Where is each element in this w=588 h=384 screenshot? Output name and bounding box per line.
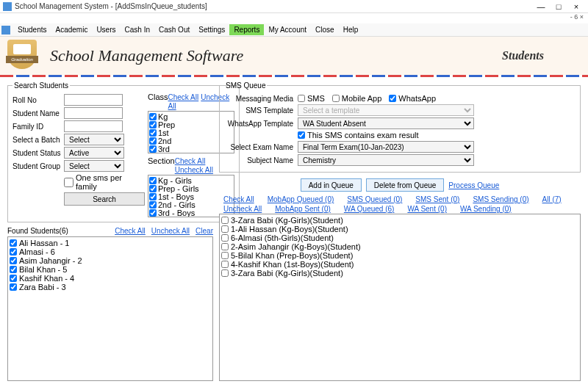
found-item-checkbox[interactable] [10, 275, 17, 282]
whatsapp-checkbox[interactable] [389, 95, 396, 102]
menu-help[interactable]: Help [339, 24, 363, 35]
onesms-checkbox[interactable] [64, 178, 74, 187]
menu-users[interactable]: Users [92, 24, 120, 35]
queue-item-checkbox[interactable] [221, 225, 229, 233]
minimize-button[interactable]: — [532, 2, 550, 11]
search-button[interactable]: Search [64, 192, 145, 206]
section-checkall-link[interactable]: Check All [175, 157, 206, 165]
class-item-checkbox[interactable] [149, 113, 157, 120]
menu-cash-in[interactable]: Cash In [121, 24, 154, 35]
class-label: Class [148, 93, 168, 110]
class-item-checkbox[interactable] [149, 145, 157, 153]
banner: Graduation School Management Software St… [0, 37, 588, 75]
wa-template-select[interactable]: WA Student Absent [298, 117, 474, 129]
queue-item-checkbox[interactable] [221, 217, 229, 224]
roll-label: Roll No [12, 96, 64, 104]
roll-input[interactable] [64, 94, 123, 106]
group-select[interactable]: Select [64, 160, 124, 172]
menu-cash-out[interactable]: Cash Out [154, 24, 194, 35]
sms-legend: SMS Queue [224, 81, 267, 90]
q-uncheckall-link[interactable]: Uncheck All [223, 205, 262, 213]
template-select: Select a template [298, 104, 474, 116]
sms-sent-link[interactable]: SMS Sent (0) [415, 195, 459, 203]
found-item-checkbox[interactable] [10, 257, 17, 264]
search-students-group: Search Students Roll No Student Name Fam… [7, 81, 240, 222]
mobapp-queued-link[interactable]: MobApp Queued (0) [268, 195, 334, 203]
wa-sending-link[interactable]: WA Sending (0) [460, 205, 512, 213]
process-queue-link[interactable]: Process Queue [448, 181, 499, 189]
section-item-checkbox[interactable] [149, 201, 157, 209]
exam-select[interactable]: Final Term Exam(10-Jan-2023) [298, 141, 474, 153]
class-item-checkbox[interactable] [149, 137, 157, 145]
group-label: Student Group [12, 162, 64, 170]
found-item-checkbox[interactable] [10, 266, 17, 273]
add-queue-button[interactable]: Add in Queue [301, 178, 362, 192]
found-header: Found Students(6) [7, 227, 115, 235]
found-item-checkbox[interactable] [10, 283, 17, 291]
name-label: Student Name [12, 109, 64, 117]
queue-item-label: 3-Zara Babi (Kg-Girls)(Student) [231, 269, 343, 278]
name-input[interactable] [64, 107, 123, 119]
queue-item-checkbox[interactable] [221, 234, 229, 242]
menu-reports[interactable]: Reports [229, 24, 264, 35]
mdi-controls[interactable]: - 6 × [0, 13, 588, 23]
section-item-checkbox[interactable] [149, 193, 157, 200]
titlebar: School Management System - [AddSmsInQueu… [0, 0, 588, 13]
logo-ribbon: Graduation [6, 56, 38, 63]
found-item-label: Bilal Khan - 5 [19, 265, 67, 274]
section-uncheckall-link[interactable]: Uncheck All [175, 166, 213, 174]
window-title: School Management System - [AddSmsInQueu… [15, 2, 532, 10]
status-select[interactable]: Active [64, 147, 124, 159]
queue-item-checkbox[interactable] [221, 261, 229, 268]
queue-item-label: 4-Kashif Khan (1st-Boys)(Student) [231, 260, 354, 269]
sms-sending-link[interactable]: SMS Sending (0) [473, 195, 528, 203]
found-checkall-link[interactable]: Check All [115, 227, 146, 235]
sms-queued-link[interactable]: SMS Queued (0) [347, 195, 402, 203]
queue-item-label: 6-Almasi (5th-Girls)(Student) [231, 233, 334, 242]
class-item-checkbox[interactable] [149, 129, 157, 137]
wa-sent-link[interactable]: WA Sent (0) [407, 205, 447, 213]
wa-queued-link[interactable]: WA Queued (6) [344, 205, 395, 213]
menu-my-account[interactable]: My Account [264, 24, 311, 35]
found-clear-link[interactable]: Clear [196, 227, 213, 235]
found-item-label: Kashif Khan - 4 [19, 274, 74, 283]
queue-item-checkbox[interactable] [221, 252, 229, 259]
menu-settings[interactable]: Settings [194, 24, 229, 35]
exam-label: Select Exam Name [224, 143, 298, 151]
app-icon [3, 2, 12, 11]
mobile-checkbox[interactable] [332, 95, 340, 102]
all-link[interactable]: All (7) [542, 195, 562, 203]
sms-checkbox[interactable] [298, 95, 305, 102]
close-button[interactable]: × [567, 2, 585, 11]
exam-checkbox[interactable] [298, 131, 305, 139]
queue-item-label: 5-Bilal Khan (Prep-Boys)(Student) [231, 251, 353, 260]
queue-listbox[interactable]: 3-Zara Babi (Kg-Girls)(Student)1-Ali Has… [219, 214, 581, 381]
found-listbox[interactable]: Ali Hassan - 1Almasi - 6Asim Jahangir - … [7, 236, 213, 381]
status-label: Student Status [12, 149, 64, 157]
family-input[interactable] [64, 120, 123, 132]
found-item-checkbox[interactable] [10, 248, 17, 256]
found-uncheckall-link[interactable]: Uncheck All [151, 227, 190, 235]
batch-label: Select a Batch [12, 136, 64, 144]
menu-students[interactable]: Students [13, 24, 51, 35]
section-item-checkbox[interactable] [149, 185, 157, 192]
q-checkall-link[interactable]: Check All [223, 195, 254, 203]
menu-close[interactable]: Close [311, 24, 339, 35]
found-item-checkbox[interactable] [10, 239, 17, 247]
search-legend: Search Students [12, 81, 70, 90]
class-checkall-link[interactable]: Check All [168, 93, 199, 101]
batch-select[interactable]: Select [64, 134, 124, 145]
queue-item-checkbox[interactable] [221, 243, 229, 250]
section-item-checkbox[interactable] [149, 177, 157, 184]
queue-item-checkbox[interactable] [221, 269, 229, 277]
app-title: School Management Software [50, 46, 243, 65]
subject-select[interactable]: Chemistry [298, 154, 474, 166]
queue-item-label: 3-Zara Babi (Kg-Girls)(Student) [231, 216, 343, 225]
mobapp-sent-link[interactable]: MobApp Sent (0) [275, 205, 331, 213]
delete-queue-button[interactable]: Delete from Queue [366, 178, 445, 192]
maximize-button[interactable]: □ [550, 2, 567, 11]
class-item-checkbox[interactable] [149, 121, 157, 128]
subject-label: Subject Name [224, 156, 298, 164]
menu-academic[interactable]: Academic [51, 24, 92, 35]
section-item-checkbox[interactable] [149, 209, 157, 217]
